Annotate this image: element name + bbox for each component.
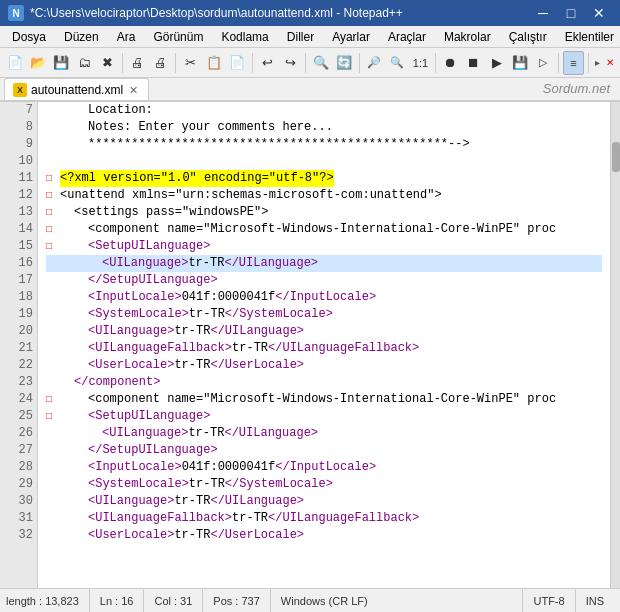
code-line[interactable]: □<SetupUILanguage> <box>46 238 602 255</box>
line-number: 19 <box>4 306 33 323</box>
zoom-reset-button[interactable]: 1:1 <box>410 51 431 75</box>
toolbar-sep-2 <box>175 53 176 73</box>
code-line[interactable]: □<component name="Microsoft-Windows-Inte… <box>46 391 602 408</box>
code-line[interactable]: Location: <box>46 102 602 119</box>
sordum-logo: Sordum.net <box>543 81 616 100</box>
toolbar-sep-7 <box>558 53 559 73</box>
code-line[interactable]: <UILanguage>tr-TR</UILanguage> <box>46 255 602 272</box>
line-number: 21 <box>4 340 33 357</box>
collapse-icon[interactable]: □ <box>46 238 58 255</box>
line-number: 28 <box>4 459 33 476</box>
toolbar-sep-8 <box>588 53 589 73</box>
menu-makrolar[interactable]: Makrolar <box>436 28 499 46</box>
status-length: length : 13,823 <box>6 589 90 612</box>
zoomout-button[interactable]: 🔍 <box>387 51 408 75</box>
minimize-button[interactable]: ─ <box>530 3 556 23</box>
macro-rec-button[interactable]: ⏺ <box>440 51 461 75</box>
redo-button[interactable]: ↪ <box>280 51 301 75</box>
code-line[interactable]: <UILanguage>tr-TR</UILanguage> <box>46 323 602 340</box>
menu-calistir[interactable]: Çalıştır <box>501 28 555 46</box>
toolbar-overflow2[interactable]: ▸ <box>593 57 602 68</box>
code-line[interactable]: Notes: Enter your comments here... <box>46 119 602 136</box>
menu-duzen[interactable]: Düzen <box>56 28 107 46</box>
save-button[interactable]: 💾 <box>50 51 71 75</box>
save-all-button[interactable]: 🗂 <box>74 51 95 75</box>
toolbar-x[interactable]: ✕ <box>604 57 616 68</box>
line-number: 14 <box>4 221 33 238</box>
find-replace-button[interactable]: 🔄 <box>333 51 354 75</box>
status-encoding: UTF-8 <box>523 589 575 612</box>
code-line[interactable]: <UserLocale>tr-TR</UserLocale> <box>46 527 602 544</box>
code-line[interactable]: <InputLocale>041f:0000041f</InputLocale> <box>46 459 602 476</box>
collapse-icon[interactable]: □ <box>46 187 58 204</box>
code-line[interactable]: □<?xml version="1.0" encoding="utf-8"?> <box>46 170 602 187</box>
tab-close-button[interactable]: ✕ <box>127 84 140 97</box>
menu-ara[interactable]: Ara <box>109 28 144 46</box>
menu-kodlama[interactable]: Kodlama <box>213 28 276 46</box>
open-button[interactable]: 📂 <box>27 51 48 75</box>
menu-gorunum[interactable]: Görünüm <box>145 28 211 46</box>
scrollbar-vertical[interactable] <box>610 102 620 588</box>
code-line[interactable]: <InputLocale>041f:0000041f</InputLocale> <box>46 289 602 306</box>
run-button[interactable]: ▷ <box>533 51 554 75</box>
code-line[interactable]: □<SetupUILanguage> <box>46 408 602 425</box>
collapse-icon[interactable]: □ <box>46 408 58 425</box>
toolbar-sep-4 <box>305 53 306 73</box>
line-number: 8 <box>4 119 33 136</box>
macro-save-button[interactable]: 💾 <box>510 51 531 75</box>
app-icon: N <box>8 5 24 21</box>
collapse-icon[interactable]: □ <box>46 170 58 187</box>
code-line[interactable]: □<component name="Microsoft-Windows-Inte… <box>46 221 602 238</box>
paste-button[interactable]: 📄 <box>227 51 248 75</box>
line-number: 7 <box>4 102 33 119</box>
find-button[interactable]: 🔍 <box>310 51 331 75</box>
menu-ayarlar[interactable]: Ayarlar <box>324 28 378 46</box>
status-ln: Ln : 16 <box>90 589 145 612</box>
menu-diller[interactable]: Diller <box>279 28 322 46</box>
code-line[interactable]: <UILanguageFallback>tr-TR</UILanguageFal… <box>46 340 602 357</box>
code-line[interactable]: <UILanguage>tr-TR</UILanguage> <box>46 425 602 442</box>
line-number: 15 <box>4 238 33 255</box>
code-line[interactable]: <UserLocale>tr-TR</UserLocale> <box>46 357 602 374</box>
collapse-icon[interactable]: □ <box>46 221 58 238</box>
cut-button[interactable]: ✂ <box>180 51 201 75</box>
line-number: 23 <box>4 374 33 391</box>
code-line[interactable]: <UILanguageFallback>tr-TR</UILanguageFal… <box>46 510 602 527</box>
collapse-icon[interactable]: □ <box>46 391 58 408</box>
code-area[interactable]: Location:Notes: Enter your comments here… <box>38 102 610 588</box>
close-button[interactable]: ✕ <box>586 3 612 23</box>
code-line[interactable]: ****************************************… <box>46 136 602 153</box>
code-line[interactable]: □<unattend xmlns="urn:schemas-microsoft-… <box>46 187 602 204</box>
print-button[interactable]: 🖨 <box>127 51 148 75</box>
code-line[interactable] <box>46 153 602 170</box>
wordwrap-button[interactable]: ≡ <box>563 51 584 75</box>
zoomin-button[interactable]: 🔎 <box>363 51 384 75</box>
tab-autounattend[interactable]: X autounattend.xml ✕ <box>4 78 149 100</box>
macro-play-button[interactable]: ▶ <box>486 51 507 75</box>
new-button[interactable]: 📄 <box>4 51 25 75</box>
menu-dosya[interactable]: Dosya <box>4 28 54 46</box>
copy-button[interactable]: 📋 <box>204 51 225 75</box>
code-line[interactable]: □<settings pass="windowsPE"> <box>46 204 602 221</box>
toolbar-sep-1 <box>122 53 123 73</box>
code-line[interactable]: <UILanguage>tr-TR</UILanguage> <box>46 493 602 510</box>
menu-eklentiler[interactable]: Eklentiler <box>557 28 620 46</box>
print-now-button[interactable]: 🖨 <box>150 51 171 75</box>
code-line[interactable]: </SetupUILanguage> <box>46 442 602 459</box>
code-line[interactable]: </component> <box>46 374 602 391</box>
macro-stop-button[interactable]: ⏹ <box>463 51 484 75</box>
undo-button[interactable]: ↩ <box>257 51 278 75</box>
maximize-button[interactable]: □ <box>558 3 584 23</box>
code-line[interactable]: </SetupUILanguage> <box>46 272 602 289</box>
tab-label: autounattend.xml <box>31 83 123 97</box>
scrollbar-thumb[interactable] <box>612 142 620 172</box>
code-line[interactable]: <SystemLocale>tr-TR</SystemLocale> <box>46 306 602 323</box>
menu-araclar[interactable]: Araçlar <box>380 28 434 46</box>
line-number: 16 <box>4 255 33 272</box>
close-button-tb[interactable]: ✖ <box>97 51 118 75</box>
collapse-icon[interactable]: □ <box>46 204 58 221</box>
code-line[interactable]: <SystemLocale>tr-TR</SystemLocale> <box>46 476 602 493</box>
line-number: 18 <box>4 289 33 306</box>
line-number: 22 <box>4 357 33 374</box>
tab-file-icon: X <box>13 83 27 97</box>
